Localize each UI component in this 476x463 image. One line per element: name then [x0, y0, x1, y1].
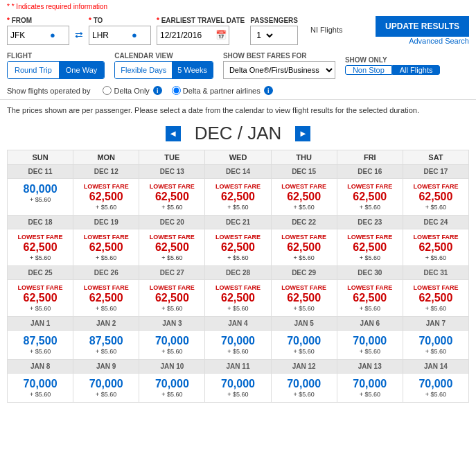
fare-cell[interactable]: LOWEST FARE62,500+ $5.60 — [205, 179, 271, 216]
from-input-wrapper[interactable]: ● — [7, 26, 69, 45]
advanced-search-link[interactable]: Advanced Search — [409, 37, 469, 48]
date-header-cell: DEC 21 — [205, 216, 271, 229]
fare-row-1: LOWEST FARE62,500+ $5.60LOWEST FARE62,50… — [8, 229, 469, 266]
fare-cell[interactable]: LOWEST FARE62,500+ $5.60 — [139, 179, 205, 216]
delta-partner-radio[interactable] — [172, 86, 181, 95]
all-flights-button[interactable]: All Flights — [392, 65, 441, 75]
lowest-fare-label: LOWEST FARE — [273, 234, 335, 241]
fare-cell[interactable]: 70,000+ $5.60 — [337, 331, 403, 360]
delta-only-radio[interactable] — [103, 86, 112, 95]
fare-tax: + $5.60 — [206, 305, 269, 312]
date-header-cell: DEC 14 — [205, 165, 271, 179]
date-field-group: * EARLIEST TRAVEL DATE 📅 — [157, 17, 245, 45]
delta-partner-info-icon[interactable]: i — [264, 86, 273, 95]
fare-cell[interactable]: 70,000+ $5.60 — [139, 374, 205, 403]
fare-cell[interactable]: LOWEST FARE62,500+ $5.60 — [8, 280, 73, 317]
fare-cell[interactable]: 70,000+ $5.60 — [403, 374, 468, 403]
fare-cell[interactable]: 70,000+ $5.60 — [205, 374, 271, 403]
fare-tax: + $5.60 — [9, 196, 71, 203]
fare-select-wrapper[interactable]: Delta One®/First/Business Main Cabin — [223, 61, 335, 79]
from-input[interactable] — [10, 30, 49, 40]
date-header-cell: JAN 14 — [403, 360, 468, 374]
to-input[interactable] — [92, 30, 130, 40]
fare-cell[interactable]: LOWEST FARE62,500+ $5.60 — [205, 280, 271, 317]
lowest-fare-label: LOWEST FARE — [405, 284, 467, 291]
fare-cell[interactable]: LOWEST FARE62,500+ $5.60 — [73, 179, 139, 216]
fare-tax: + $5.60 — [405, 254, 467, 261]
date-header-row-0: DEC 11DEC 12DEC 13DEC 14DEC 15DEC 16DEC … — [8, 165, 469, 179]
date-header-cell: JAN 12 — [271, 360, 337, 374]
fare-cell[interactable]: 70,000+ $5.60 — [8, 374, 73, 403]
fare-miles: 62,500 — [206, 191, 269, 203]
fare-cell[interactable]: 70,000+ $5.60 — [205, 331, 271, 360]
fare-select[interactable]: Delta One®/First/Business Main Cabin — [224, 62, 335, 78]
non-stop-button[interactable]: Non Stop — [345, 65, 392, 75]
date-header-cell: DEC 23 — [337, 216, 403, 229]
fare-cell[interactable]: 70,000+ $5.60 — [73, 374, 139, 403]
prev-month-button[interactable]: ◄ — [166, 126, 181, 141]
passengers-select[interactable]: 1234 — [251, 26, 275, 44]
to-field-group: * TO ● — [89, 17, 151, 45]
fare-cell[interactable]: LOWEST FARE62,500+ $5.60 — [139, 280, 205, 317]
calendar-icon[interactable]: 📅 — [215, 30, 227, 40]
date-header-cell: DEC 28 — [205, 266, 271, 280]
fare-cell[interactable]: LOWEST FARE62,500+ $5.60 — [271, 229, 337, 266]
fare-cell[interactable]: 70,000+ $5.60 — [271, 331, 337, 360]
date-header-cell: JAN 9 — [73, 360, 139, 374]
fare-miles: 70,000 — [273, 378, 335, 390]
location-icon: ● — [50, 30, 55, 40]
passengers-select-wrapper[interactable]: 1234 — [250, 26, 298, 45]
fare-miles: 70,000 — [273, 335, 335, 347]
fare-cell[interactable]: LOWEST FARE62,500+ $5.60 — [403, 179, 468, 216]
date-header-cell: DEC 19 — [73, 216, 139, 229]
five-weeks-button[interactable]: 5 Weeks — [172, 62, 213, 78]
fare-miles: 70,000 — [206, 335, 269, 347]
update-results-button[interactable]: UPDATE RESULTS — [376, 16, 469, 37]
next-month-button[interactable]: ► — [295, 126, 310, 141]
to-label: * TO — [89, 17, 151, 24]
date-header-cell: JAN 8 — [8, 360, 73, 374]
date-input[interactable] — [160, 30, 215, 40]
fare-cell[interactable]: LOWEST FARE62,500+ $5.60 — [271, 179, 337, 216]
date-input-wrapper[interactable]: 📅 — [157, 26, 229, 45]
one-way-button[interactable]: One Way — [59, 62, 104, 78]
fare-miles: 62,500 — [75, 292, 137, 304]
fare-cell[interactable]: 70,000+ $5.60 — [337, 374, 403, 403]
fare-cell[interactable]: LOWEST FARE62,500+ $5.60 — [271, 280, 337, 317]
fare-cell[interactable]: 70,000+ $5.60 — [403, 331, 468, 360]
fare-cell[interactable]: 87,500+ $5.60 — [8, 331, 73, 360]
delta-partner-label[interactable]: Delta & partner airlines i — [172, 86, 273, 95]
fare-miles: 70,000 — [339, 335, 401, 347]
swap-icon[interactable]: ⇄ — [75, 29, 83, 40]
fare-tax: + $5.60 — [206, 204, 269, 211]
fare-cell[interactable]: LOWEST FARE62,500+ $5.60 — [205, 229, 271, 266]
to-input-wrapper[interactable]: ● — [89, 26, 151, 45]
fare-cell[interactable]: LOWEST FARE62,500+ $5.60 — [337, 229, 403, 266]
date-header-cell: DEC 17 — [403, 165, 468, 179]
date-header-cell: JAN 4 — [205, 317, 271, 331]
date-header-cell: DEC 20 — [139, 216, 205, 229]
delta-only-info-icon[interactable]: i — [153, 86, 162, 95]
fare-cell[interactable]: LOWEST FARE62,500+ $5.60 — [8, 229, 73, 266]
fare-cell[interactable]: LOWEST FARE62,500+ $5.60 — [403, 280, 468, 317]
radio-row: Show flights operated by Delta Only i De… — [7, 83, 469, 99]
fare-cell[interactable]: 70,000+ $5.60 — [271, 374, 337, 403]
fare-cell[interactable]: LOWEST FARE62,500+ $5.60 — [139, 229, 205, 266]
fare-cell[interactable]: LOWEST FARE62,500+ $5.60 — [337, 179, 403, 216]
delta-only-label[interactable]: Delta Only i — [103, 86, 161, 95]
fare-cell[interactable]: LOWEST FARE62,500+ $5.60 — [403, 229, 468, 266]
calendar-table: SUNMONTUEWEDTHUFRISAT DEC 11DEC 12DEC 13… — [7, 150, 469, 403]
fare-tax: + $5.60 — [273, 391, 335, 398]
fare-cell[interactable]: LOWEST FARE62,500+ $5.60 — [73, 280, 139, 317]
second-row: FLIGHT Round Trip One Way CALENDAR VIEW … — [7, 52, 469, 79]
round-trip-button[interactable]: Round Trip — [8, 62, 59, 78]
lowest-fare-label: LOWEST FARE — [75, 183, 137, 190]
date-header-cell: DEC 11 — [8, 165, 73, 179]
fare-cell[interactable]: LOWEST FARE62,500+ $5.60 — [337, 280, 403, 317]
fare-cell[interactable]: 80,000+ $5.60 — [8, 179, 73, 216]
flexible-days-button[interactable]: Flexible Days — [115, 62, 172, 78]
show-flights-label: Show flights operated by — [7, 87, 90, 95]
fare-cell[interactable]: 70,000+ $5.60 — [139, 331, 205, 360]
fare-cell[interactable]: LOWEST FARE62,500+ $5.60 — [73, 229, 139, 266]
fare-cell[interactable]: 87,500+ $5.60 — [73, 331, 139, 360]
